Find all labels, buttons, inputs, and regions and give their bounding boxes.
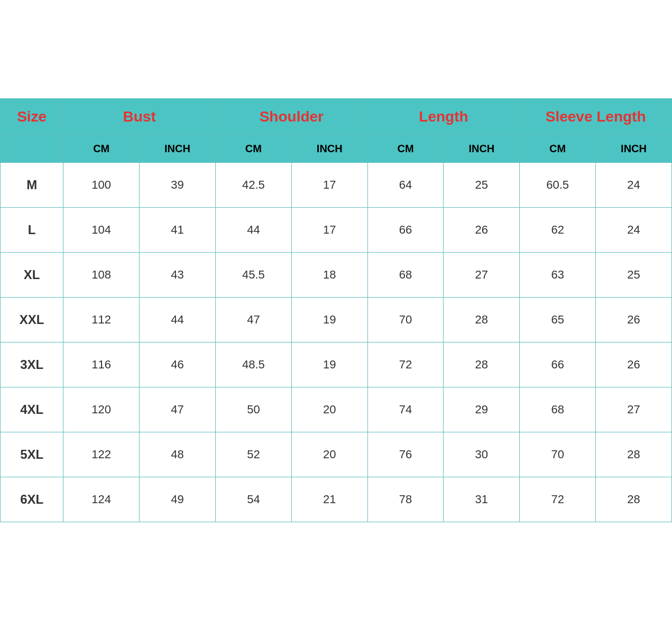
bust-header: Bust — [63, 98, 216, 135]
shoulder-cm-cell: 45.5 — [215, 252, 291, 297]
sleeve-inch-header: INCH — [596, 135, 672, 162]
table-row: XL1084345.51868276325 — [1, 252, 672, 297]
bust-inch-cell: 43 — [140, 252, 216, 297]
table-row: 6XL12449542178317228 — [1, 477, 672, 522]
sleeve-cm-cell: 60.5 — [520, 162, 596, 207]
shoulder-inch-cell: 20 — [291, 387, 367, 432]
size-unit-header — [1, 135, 63, 162]
sleeve-inch-cell: 26 — [596, 342, 672, 387]
bust-cm-cell: 124 — [63, 477, 140, 522]
length-inch-cell: 30 — [444, 432, 520, 477]
size-cell: 4XL — [1, 387, 63, 432]
sleeve-inch-cell: 28 — [596, 477, 672, 522]
table-row: XXL11244471970286526 — [1, 297, 672, 342]
shoulder-inch-cell: 20 — [291, 432, 367, 477]
length-inch-cell: 31 — [444, 477, 520, 522]
sleeve-length-header: Sleeve Length — [520, 98, 672, 135]
shoulder-cm-cell: 48.5 — [215, 342, 291, 387]
sleeve-cm-cell: 68 — [520, 387, 596, 432]
length-cm-cell: 66 — [367, 207, 444, 252]
shoulder-cm-cell: 54 — [215, 477, 291, 522]
size-cell: XL — [1, 252, 63, 297]
length-inch-header: INCH — [444, 135, 520, 162]
bust-inch-cell: 48 — [140, 432, 216, 477]
sleeve-cm-header: CM — [520, 135, 596, 162]
shoulder-inch-cell: 19 — [291, 342, 367, 387]
length-cm-header: CM — [367, 135, 444, 162]
table-row: 4XL12047502074296827 — [1, 387, 672, 432]
shoulder-cm-header: CM — [215, 135, 291, 162]
table-row: L10441441766266224 — [1, 207, 672, 252]
shoulder-inch-cell: 21 — [291, 477, 367, 522]
shoulder-cm-cell: 44 — [215, 207, 291, 252]
bust-cm-cell: 108 — [63, 252, 140, 297]
bust-inch-header: INCH — [140, 135, 216, 162]
length-cm-cell: 68 — [367, 252, 444, 297]
length-inch-cell: 28 — [444, 297, 520, 342]
bust-cm-cell: 100 — [63, 162, 140, 207]
size-chart-table: Size Bust Shoulder Length Sleeve Length … — [0, 98, 672, 522]
shoulder-header: Shoulder — [215, 98, 367, 135]
shoulder-inch-cell: 19 — [291, 297, 367, 342]
size-cell: L — [1, 207, 63, 252]
length-cm-cell: 78 — [367, 477, 444, 522]
shoulder-inch-cell: 18 — [291, 252, 367, 297]
bust-cm-cell: 120 — [63, 387, 140, 432]
sleeve-cm-cell: 62 — [520, 207, 596, 252]
bust-cm-cell: 122 — [63, 432, 140, 477]
bust-cm-cell: 116 — [63, 342, 140, 387]
sleeve-inch-cell: 27 — [596, 387, 672, 432]
table-row: 3XL1164648.51972286626 — [1, 342, 672, 387]
shoulder-inch-header: INCH — [291, 135, 367, 162]
bust-inch-cell: 49 — [140, 477, 216, 522]
sleeve-inch-cell: 24 — [596, 207, 672, 252]
bust-inch-cell: 41 — [140, 207, 216, 252]
shoulder-cm-cell: 50 — [215, 387, 291, 432]
length-cm-cell: 74 — [367, 387, 444, 432]
bust-cm-cell: 104 — [63, 207, 140, 252]
length-inch-cell: 25 — [444, 162, 520, 207]
sleeve-inch-cell: 28 — [596, 432, 672, 477]
size-cell: M — [1, 162, 63, 207]
sleeve-inch-cell: 24 — [596, 162, 672, 207]
shoulder-inch-cell: 17 — [291, 162, 367, 207]
sleeve-cm-cell: 70 — [520, 432, 596, 477]
sleeve-cm-cell: 63 — [520, 252, 596, 297]
table-row: 5XL12248522076307028 — [1, 432, 672, 477]
sleeve-cm-cell: 66 — [520, 342, 596, 387]
size-cell: 3XL — [1, 342, 63, 387]
length-inch-cell: 26 — [444, 207, 520, 252]
shoulder-cm-cell: 42.5 — [215, 162, 291, 207]
bust-cm-cell: 112 — [63, 297, 140, 342]
length-cm-cell: 70 — [367, 297, 444, 342]
length-cm-cell: 64 — [367, 162, 444, 207]
header-row-units: CM INCH CM INCH CM INCH CM INCH — [1, 135, 672, 162]
sleeve-cm-cell: 72 — [520, 477, 596, 522]
bust-cm-header: CM — [63, 135, 140, 162]
length-inch-cell: 27 — [444, 252, 520, 297]
size-cell: XXL — [1, 297, 63, 342]
shoulder-cm-cell: 52 — [215, 432, 291, 477]
bust-inch-cell: 44 — [140, 297, 216, 342]
sleeve-inch-cell: 25 — [596, 252, 672, 297]
bust-inch-cell: 39 — [140, 162, 216, 207]
length-header: Length — [367, 98, 520, 135]
length-inch-cell: 28 — [444, 342, 520, 387]
size-cell: 6XL — [1, 477, 63, 522]
sleeve-cm-cell: 65 — [520, 297, 596, 342]
sleeve-inch-cell: 26 — [596, 297, 672, 342]
length-cm-cell: 76 — [367, 432, 444, 477]
shoulder-cm-cell: 47 — [215, 297, 291, 342]
shoulder-inch-cell: 17 — [291, 207, 367, 252]
size-cell: 5XL — [1, 432, 63, 477]
bust-inch-cell: 46 — [140, 342, 216, 387]
size-header: Size — [1, 98, 63, 135]
table-row: M1003942.517642560.524 — [1, 162, 672, 207]
length-cm-cell: 72 — [367, 342, 444, 387]
bust-inch-cell: 47 — [140, 387, 216, 432]
header-row-categories: Size Bust Shoulder Length Sleeve Length — [1, 98, 672, 135]
length-inch-cell: 29 — [444, 387, 520, 432]
